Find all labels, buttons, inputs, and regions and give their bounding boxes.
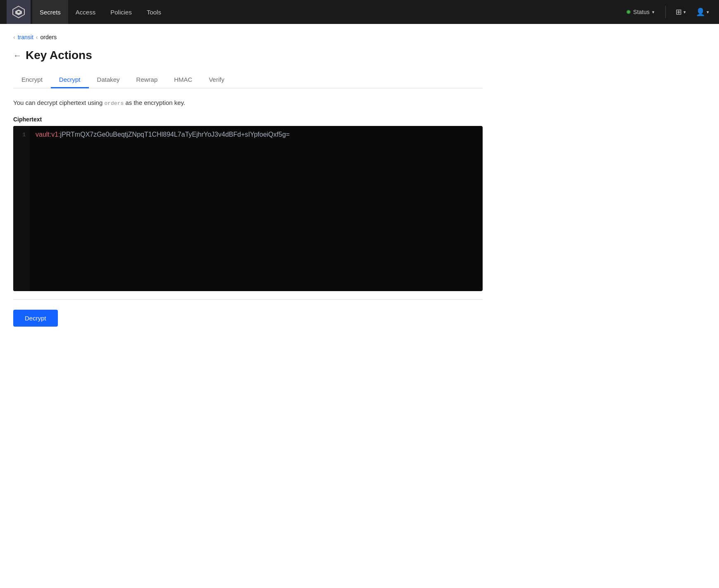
user-icon: 👤 [696,7,705,17]
description: You can decrypt ciphertext using orders … [13,98,483,108]
ciphertext-editor[interactable]: 1 vault:v1:jPRTmQX7zGe0uBeqtjZNpqT1CHl89… [13,126,483,291]
nav-items: Secrets Access Policies Tools [32,0,169,24]
description-before: You can decrypt ciphertext using [13,99,102,106]
nav-item-tools[interactable]: Tools [139,0,169,24]
status-chevron-icon: ▾ [652,9,655,15]
status-indicator [626,10,631,14]
terminal-chevron-icon: ▾ [683,9,686,15]
tab-verify[interactable]: Verify [200,72,233,88]
breadcrumb-sep-2: ‹ [36,34,38,40]
main-content: ‹ transit ‹ orders ← Key Actions Encrypt… [0,24,496,337]
description-after: as the encryption key. [125,99,185,106]
status-button[interactable]: Status ▾ [622,9,659,15]
nav-item-access[interactable]: Access [68,0,103,24]
breadcrumb: ‹ transit ‹ orders [13,34,483,40]
back-button[interactable]: ← [13,51,21,60]
tab-hmac[interactable]: HMAC [166,72,200,88]
line-number-1: 1 [17,131,26,140]
code-prefix: vault:v1: [36,131,60,138]
terminal-button[interactable]: ⊞ ▾ [672,5,689,19]
nav-divider [665,6,666,18]
nav-item-policies[interactable]: Policies [103,0,139,24]
terminal-icon: ⊞ [676,7,682,17]
page-title-row: ← Key Actions [13,49,483,62]
code-area[interactable]: vault:v1:jPRTmQX7zGe0uBeqtjZNpqT1CHl894L… [30,126,483,291]
description-key-name: orders [104,100,124,107]
page-title: Key Actions [26,49,92,62]
decrypt-button[interactable]: Decrypt [13,310,58,327]
tab-decrypt[interactable]: Decrypt [51,72,89,88]
code-value: jPRTmQX7zGe0uBeqtjZNpqT1CHl894L7aTyEjhrY… [60,131,290,138]
user-chevron-icon: ▾ [707,9,709,15]
status-label: Status [633,9,650,15]
navbar: Secrets Access Policies Tools Status ▾ ⊞… [0,0,719,24]
vault-logo[interactable] [7,0,31,24]
breadcrumb-transit-link[interactable]: transit [18,34,33,40]
breadcrumb-current: orders [40,34,57,40]
section-divider [13,299,483,300]
ciphertext-label: Ciphertext [13,116,483,123]
code-line-1: vault:v1:jPRTmQX7zGe0uBeqtjZNpqT1CHl894L… [36,131,477,138]
tab-encrypt[interactable]: Encrypt [13,72,51,88]
tab-datakey[interactable]: Datakey [89,72,128,88]
user-button[interactable]: 👤 ▾ [693,5,712,19]
navbar-right: Status ▾ ⊞ ▾ 👤 ▾ [622,5,712,19]
breadcrumb-sep-1: ‹ [13,34,15,40]
nav-item-secrets[interactable]: Secrets [32,0,68,24]
tab-rewrap[interactable]: Rewrap [128,72,166,88]
tabs: Encrypt Decrypt Datakey Rewrap HMAC Veri… [13,72,483,88]
line-numbers: 1 [13,126,30,291]
